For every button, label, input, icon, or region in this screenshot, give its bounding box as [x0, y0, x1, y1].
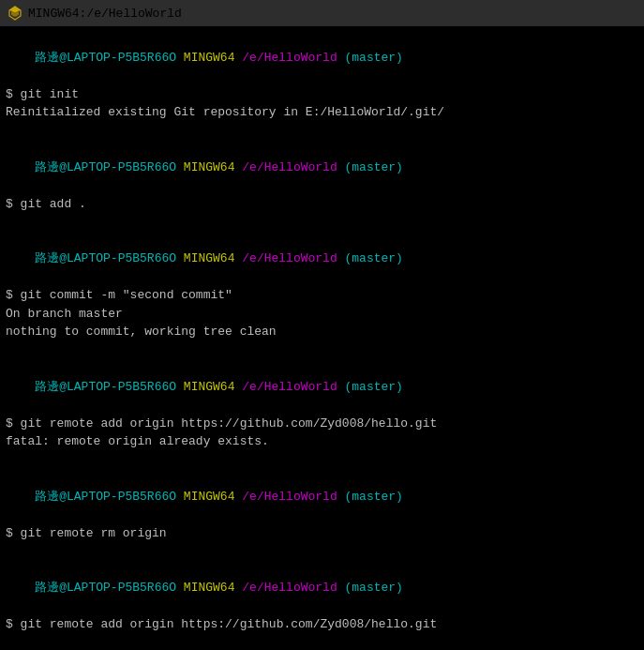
prompt-line-1: 路邊@LAPTOP-P5B5R66O MINGW64 /e/HelloWorld… [6, 30, 638, 85]
prompt-line-5: 路邊@LAPTOP-P5B5R66O MINGW64 /e/HelloWorld… [6, 469, 638, 524]
command-line-4: $ git remote add origin https://github.c… [6, 415, 638, 433]
output-line-3b: nothing to commit, working tree clean [6, 323, 638, 341]
command-line-2: $ git add . [6, 195, 638, 214]
output-line-4: fatal: remote origin already exists. [6, 432, 638, 451]
command-line-1: $ git init [6, 85, 638, 104]
command-line-5: $ git remote rm origin [6, 524, 638, 543]
terminal[interactable]: 路邊@LAPTOP-P5B5R66O MINGW64 /e/HelloWorld… [0, 26, 644, 650]
output-line-1: Reinitialized existing Git repository in… [6, 103, 638, 122]
blank-5 [6, 542, 638, 561]
prompt-line-4: 路邊@LAPTOP-P5B5R66O MINGW64 /e/HelloWorld… [6, 359, 638, 415]
blank-2 [6, 213, 638, 232]
output-line-3a: On branch master [6, 305, 638, 324]
command-line-3: $ git commit -m "second commit" [6, 286, 638, 305]
blank-3 [6, 341, 638, 360]
blank-1 [6, 122, 638, 141]
command-line-6: $ git remote add origin https://github.c… [6, 615, 638, 634]
prompt-line-3: 路邊@LAPTOP-P5B5R66O MINGW64 /e/HelloWorld… [6, 232, 638, 287]
blank-4 [6, 451, 638, 470]
blank-6 [6, 634, 638, 651]
terminal-icon [7, 6, 22, 21]
prompt-line-6: 路邊@LAPTOP-P5B5R66O MINGW64 /e/HelloWorld… [6, 561, 638, 616]
svg-marker-2 [9, 7, 21, 12]
titlebar: MINGW64:/e/HelloWorld [0, 0, 644, 26]
prompt-line-2: 路邊@LAPTOP-P5B5R66O MINGW64 /e/HelloWorld… [6, 140, 638, 195]
titlebar-text: MINGW64:/e/HelloWorld [28, 7, 182, 21]
